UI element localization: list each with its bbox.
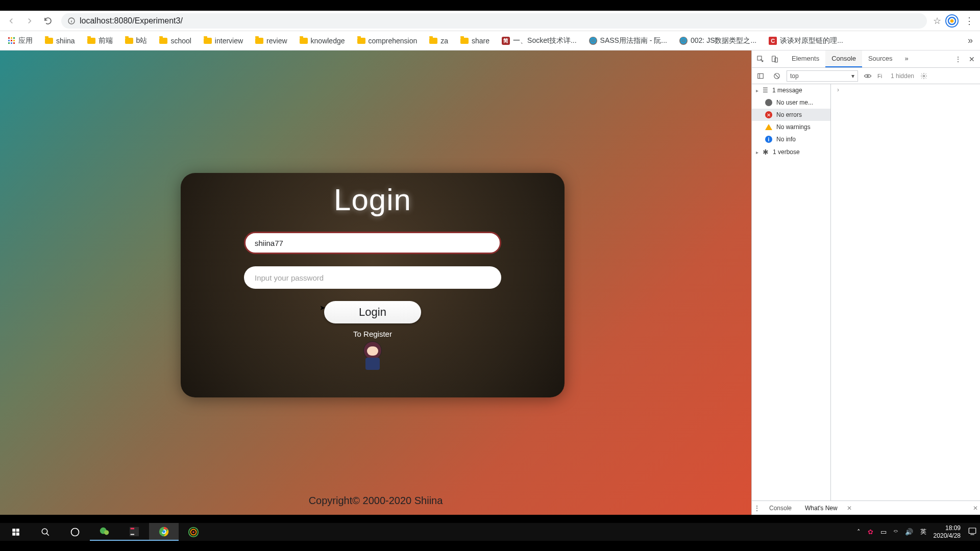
- bookmark-item[interactable]: share: [455, 35, 495, 47]
- site-info-icon[interactable]: [67, 17, 76, 25]
- sidebar-toggle-icon[interactable]: [754, 70, 767, 82]
- tray-wifi-icon[interactable]: ⌔: [894, 528, 898, 536]
- devtools-panel: Elements Console Sources » ⋮ ✕ top▾ 1 hi…: [751, 51, 980, 515]
- svg-point-23: [192, 531, 194, 533]
- login-title: Login: [201, 182, 544, 217]
- sidebar-user-messages[interactable]: No user me...: [752, 96, 830, 109]
- profile-avatar-button[interactable]: [945, 14, 959, 28]
- bookmark-item[interactable]: shiina: [40, 35, 80, 47]
- password-input[interactable]: [244, 266, 501, 289]
- address-bar[interactable]: localhost:8080/Experiment3/: [61, 13, 927, 29]
- windows-taskbar: ˄ ✿ ▭ ⌔ 🔊 英 18:09 2020/4/28: [0, 523, 980, 541]
- devtools-drawer: ⋮ Console What's New ✕ ✕: [752, 500, 980, 515]
- tray-app-icon[interactable]: ✿: [868, 528, 873, 536]
- apps-button[interactable]: 应用: [3, 34, 38, 47]
- username-input[interactable]: [244, 232, 501, 254]
- devtools-close-icon[interactable]: ✕: [966, 55, 978, 63]
- tab-sources[interactable]: Sources: [862, 51, 899, 67]
- bookmark-item[interactable]: school: [154, 35, 196, 47]
- bookmark-item[interactable]: 简一、Socket技术详...: [497, 34, 581, 47]
- svg-rect-16: [131, 528, 134, 529]
- sidebar-info[interactable]: iNo info: [752, 133, 830, 145]
- bookmark-star-icon[interactable]: ☆: [933, 15, 941, 27]
- reload-button[interactable]: [41, 14, 55, 28]
- taskbar-app-wechat[interactable]: [90, 523, 119, 541]
- console-settings-icon[interactable]: [917, 70, 930, 82]
- drawer-menu-icon[interactable]: ⋮: [754, 505, 760, 512]
- login-button[interactable]: Login: [324, 301, 421, 323]
- mouse-cursor-icon: ➤: [320, 304, 326, 312]
- tray-battery-icon[interactable]: ▭: [880, 528, 887, 536]
- close-icon[interactable]: ✕: [847, 505, 852, 512]
- start-button[interactable]: [1, 523, 31, 541]
- favicon-icon: 简: [502, 37, 510, 45]
- console-output[interactable]: ›: [831, 84, 980, 500]
- taskbar-app-other[interactable]: [179, 523, 208, 541]
- folder-icon: [357, 38, 365, 44]
- tray-volume-icon[interactable]: 🔊: [905, 528, 913, 536]
- inspect-element-icon[interactable]: [754, 53, 767, 65]
- search-button[interactable]: [31, 523, 60, 541]
- sidebar-errors[interactable]: ✕No errors: [752, 109, 830, 121]
- devtools-settings-icon[interactable]: ⋮: [951, 55, 965, 63]
- sidebar-messages[interactable]: ▸☰1 message: [752, 84, 830, 96]
- console-filter-input[interactable]: [877, 73, 888, 79]
- login-panel: Login Login To Register: [181, 173, 565, 397]
- globe-icon: 🌐: [679, 37, 688, 45]
- svg-point-11: [42, 529, 47, 534]
- svg-rect-24: [969, 528, 976, 534]
- device-toggle-icon[interactable]: [768, 53, 781, 65]
- taskbar-clock[interactable]: 18:09 2020/4/28: [934, 524, 961, 539]
- tab-overflow[interactable]: »: [899, 51, 915, 67]
- bookmark-item[interactable]: comprehension: [352, 35, 423, 47]
- bookmark-item[interactable]: za: [424, 35, 453, 47]
- bookmark-item[interactable]: 🌐SASS用法指南 - 阮...: [584, 34, 672, 47]
- sidebar-warnings[interactable]: No warnings: [752, 121, 830, 133]
- context-selector[interactable]: top▾: [787, 70, 858, 82]
- tab-console[interactable]: Console: [825, 51, 862, 67]
- browser-menu-button[interactable]: ⋮: [963, 15, 976, 27]
- taskbar-app-chrome[interactable]: [149, 523, 179, 541]
- bookmark-overflow-button[interactable]: »: [964, 33, 977, 48]
- browser-chrome: localhost:8080/Experiment3/ ☆ ⋮ 应用 shiin…: [0, 11, 980, 515]
- drawer-close-icon[interactable]: ✕: [973, 505, 978, 512]
- live-expression-icon[interactable]: [861, 70, 874, 82]
- folder-icon: [255, 38, 263, 44]
- task-view-button[interactable]: [60, 523, 90, 541]
- svg-point-9: [867, 75, 869, 77]
- folder-icon: [125, 38, 133, 44]
- globe-icon: 🌐: [589, 37, 597, 45]
- bookmark-bar: 应用 shiina 前端 b站 school interview review …: [0, 31, 980, 51]
- bookmark-item[interactable]: C谈谈对原型链的理...: [764, 34, 848, 47]
- drawer-tab-whatsnew[interactable]: What's New: [801, 503, 842, 514]
- tab-elements[interactable]: Elements: [786, 51, 825, 67]
- bookmark-item[interactable]: 🌐002: JS数据类型之...: [674, 34, 762, 47]
- folder-icon: [45, 38, 53, 44]
- letterbox-top: [0, 0, 980, 11]
- forward-button[interactable]: [22, 14, 37, 28]
- taskbar-app-intellij[interactable]: [119, 523, 149, 541]
- letterbox-bottom: [0, 541, 980, 551]
- bookmark-item[interactable]: review: [250, 35, 292, 47]
- apps-label: 应用: [18, 36, 33, 45]
- bookmark-item[interactable]: b站: [120, 34, 153, 47]
- ime-indicator[interactable]: 英: [920, 528, 926, 536]
- svg-point-3: [950, 19, 954, 22]
- svg-point-14: [104, 530, 109, 535]
- notifications-button[interactable]: [968, 527, 977, 537]
- console-toolbar: top▾ 1 hidden: [752, 68, 980, 84]
- footer-copyright: Copyright© 2000-2020 Shiina: [309, 495, 443, 507]
- svg-point-12: [71, 528, 79, 536]
- sidebar-verbose[interactable]: ▸✱1 verbose: [752, 145, 830, 159]
- avatar-icon: [357, 341, 388, 372]
- drawer-tab-console[interactable]: Console: [765, 503, 796, 514]
- bookmark-item[interactable]: 前端: [82, 34, 118, 47]
- hidden-count: 1 hidden: [891, 72, 914, 80]
- back-button[interactable]: [4, 14, 18, 28]
- tray-chevron-icon[interactable]: ˄: [857, 528, 861, 536]
- bookmark-item[interactable]: knowledge: [295, 35, 350, 47]
- clear-console-icon[interactable]: [770, 70, 783, 82]
- bookmark-item[interactable]: interview: [199, 35, 248, 47]
- register-link[interactable]: To Register: [201, 330, 544, 338]
- folder-icon: [204, 38, 212, 44]
